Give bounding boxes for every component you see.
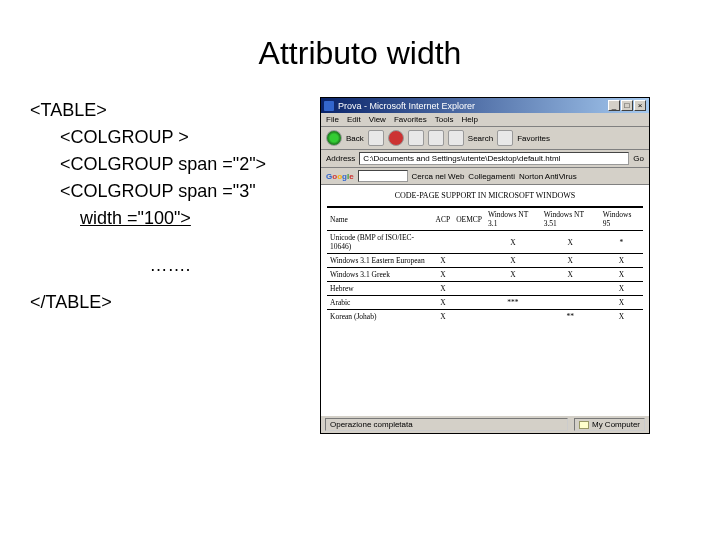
table-cell xyxy=(541,282,600,296)
table-cell: Windows 3.1 Greek xyxy=(327,268,433,282)
menu-tools[interactable]: Tools xyxy=(435,115,454,124)
computer-icon xyxy=(579,421,589,429)
titlebar: Prova - Microsoft Internet Explorer _ □ … xyxy=(321,98,649,113)
google-opt[interactable]: Collegamenti xyxy=(468,172,515,181)
table-cell: X xyxy=(600,254,643,268)
browser-window: Prova - Microsoft Internet Explorer _ □ … xyxy=(320,97,650,434)
data-table: Name ACP OEMCP Windows NT 3.1 Windows NT… xyxy=(327,206,643,323)
table-row: ArabicX***X xyxy=(327,296,643,310)
table-cell: Unicode (BMP of ISO/IEC-10646) xyxy=(327,231,433,254)
table-cell: X xyxy=(485,254,541,268)
table-row: Windows 3.1 Eastern EuropeanXXXX xyxy=(327,254,643,268)
menu-favorites[interactable]: Favorites xyxy=(394,115,427,124)
table-cell xyxy=(433,231,454,254)
code-block: <TABLE> <COLGROUP > <COLGROUP span ="2">… xyxy=(30,97,310,434)
menu-view[interactable]: View xyxy=(369,115,386,124)
table-row: Korean (Johab)X**X xyxy=(327,310,643,324)
table-cell: X xyxy=(600,296,643,310)
slide-title: Attributo width xyxy=(30,35,690,72)
table-cell xyxy=(453,231,485,254)
table-cell: X xyxy=(433,254,454,268)
table-cell: X xyxy=(485,231,541,254)
menu-edit[interactable]: Edit xyxy=(347,115,361,124)
table-cell: ** xyxy=(541,310,600,324)
status-zone: My Computer xyxy=(574,418,645,431)
table-header: Windows 95 xyxy=(600,207,643,231)
table-cell xyxy=(453,296,485,310)
menu-file[interactable]: File xyxy=(326,115,339,124)
table-cell: X xyxy=(541,254,600,268)
menubar: File Edit View Favorites Tools Help xyxy=(321,113,649,127)
table-cell xyxy=(485,282,541,296)
table-cell xyxy=(541,296,600,310)
table-cell: X xyxy=(433,282,454,296)
home-button[interactable] xyxy=(428,130,444,146)
address-bar: Address C:\Documents and Settings\utente… xyxy=(321,150,649,168)
status-zone-label: My Computer xyxy=(592,420,640,429)
google-opt[interactable]: Cerca nel Web xyxy=(412,172,465,181)
code-line: width ="100"> xyxy=(30,205,310,232)
close-button[interactable]: × xyxy=(634,100,646,111)
menu-help[interactable]: Help xyxy=(461,115,477,124)
google-opt[interactable]: Norton AntiVirus xyxy=(519,172,577,181)
address-input[interactable]: C:\Documents and Settings\utente\Desktop… xyxy=(359,152,629,165)
table-cell xyxy=(453,282,485,296)
google-logo: Google xyxy=(326,172,354,181)
table-cell: Hebrew xyxy=(327,282,433,296)
go-button[interactable]: Go xyxy=(633,154,644,163)
table-cell xyxy=(453,310,485,324)
code-line: <TABLE> xyxy=(30,97,310,124)
code-line: <COLGROUP span ="3" xyxy=(30,178,310,205)
ellipsis: ……. xyxy=(30,252,310,279)
refresh-button[interactable] xyxy=(408,130,424,146)
google-search-input[interactable] xyxy=(358,170,408,182)
table-cell: Korean (Johab) xyxy=(327,310,433,324)
toolbar: Back Search Favorites xyxy=(321,127,649,150)
search-label: Search xyxy=(468,134,493,143)
table-header: Windows NT 3.51 xyxy=(541,207,600,231)
table-header: Windows NT 3.1 xyxy=(485,207,541,231)
table-header: OEMCP xyxy=(453,207,485,231)
address-label: Address xyxy=(326,154,355,163)
code-line: </TABLE> xyxy=(30,289,310,316)
table-cell: Arabic xyxy=(327,296,433,310)
ie-icon xyxy=(324,101,334,111)
fav-label: Favorites xyxy=(517,134,550,143)
table-cell: X xyxy=(433,296,454,310)
page-heading: CODE-PAGE SUPPORT IN MICROSOFT WINDOWS xyxy=(327,191,643,200)
table-cell xyxy=(453,268,485,282)
search-button[interactable] xyxy=(448,130,464,146)
code-line: <COLGROUP > xyxy=(30,124,310,151)
table-cell: X xyxy=(485,268,541,282)
table-row: Windows 3.1 GreekXXXX xyxy=(327,268,643,282)
table-header: Name xyxy=(327,207,433,231)
table-row: HebrewXX xyxy=(327,282,643,296)
window-title: Prova - Microsoft Internet Explorer xyxy=(338,101,607,111)
table-cell: Windows 3.1 Eastern European xyxy=(327,254,433,268)
table-cell: X xyxy=(600,310,643,324)
page-content: CODE-PAGE SUPPORT IN MICROSOFT WINDOWS N… xyxy=(321,185,649,415)
forward-button[interactable] xyxy=(368,130,384,146)
maximize-button[interactable]: □ xyxy=(621,100,633,111)
back-button[interactable] xyxy=(326,130,342,146)
table-cell xyxy=(485,310,541,324)
google-toolbar: Google Cerca nel Web Collegamenti Norton… xyxy=(321,168,649,185)
table-cell: X xyxy=(541,268,600,282)
table-cell: X xyxy=(433,310,454,324)
code-line: <COLGROUP span ="2"> xyxy=(30,151,310,178)
table-cell: X xyxy=(541,231,600,254)
table-header: ACP xyxy=(433,207,454,231)
statusbar: Operazione completata My Computer xyxy=(321,415,649,433)
table-cell: * xyxy=(600,231,643,254)
table-cell: X xyxy=(600,268,643,282)
table-cell: X xyxy=(600,282,643,296)
favorites-button[interactable] xyxy=(497,130,513,146)
table-cell: X xyxy=(433,268,454,282)
back-label: Back xyxy=(346,134,364,143)
status-text: Operazione completata xyxy=(325,418,568,431)
table-cell xyxy=(453,254,485,268)
stop-button[interactable] xyxy=(388,130,404,146)
minimize-button[interactable]: _ xyxy=(608,100,620,111)
table-cell: *** xyxy=(485,296,541,310)
table-row: Unicode (BMP of ISO/IEC-10646)XX* xyxy=(327,231,643,254)
